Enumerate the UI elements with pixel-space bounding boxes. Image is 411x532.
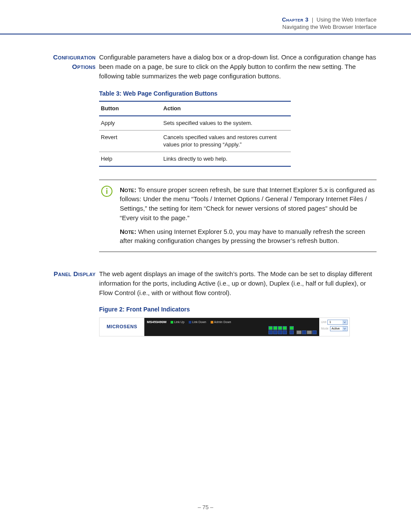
cell-button: Revert [99,130,162,152]
cell-action: Sets specified values to the system. [162,116,291,130]
svg-point-1 [106,188,108,189]
cell-action: Links directly to web help. [162,152,291,166]
cell-button: Help [99,152,162,166]
section-label-config: Configuration Options [34,53,99,167]
legend-dot-linkup [171,321,173,324]
cell-button: Apply [99,116,162,130]
legend-linkup: Link Up [174,320,184,324]
table-row: Apply Sets specified values to the syste… [99,116,291,130]
port-icon [290,330,294,334]
table-caption: Table 3: Web Page Configuration Buttons [99,89,377,98]
th-action: Action [162,101,291,116]
mode-select-value: Active [332,327,340,331]
section-panel-body: The web agent displays an image of the s… [99,269,377,297]
section-panel-display: Panel Display The web agent displays an … [34,269,377,336]
note2-text: When using Internet Explorer 5.0, you ma… [120,228,365,245]
header-separator: | [312,16,313,23]
port-icon [273,326,277,330]
port-icon [268,326,273,330]
note1-text: To ensure proper screen refresh, be sure… [120,186,375,221]
section-label-panel: Panel Display [34,269,99,336]
info-icon [101,185,113,197]
legend-admindown: Admin Down [214,320,231,324]
header-title: Using the Web Interface [317,16,377,23]
section-config-body: Configurable parameters have a dialog bo… [99,53,377,81]
port-panel [268,326,317,334]
port-icon [278,330,282,334]
header-subtitle: Navigating the Web Browser Interface [0,24,377,30]
sfp-port-icon [296,330,302,334]
th-button: Button [99,101,162,116]
page-number: – 75 – [0,504,411,510]
front-panel-figure: MICROSENS MS453490M Link Up Link Down Ad… [99,317,350,336]
port-icon [273,330,277,334]
panel-brand-logo: MICROSENS [100,318,144,336]
note-label: Note: [120,186,136,193]
table-row: Revert Cancels specified values and rest… [99,130,291,152]
sfp-port-icon [307,330,312,334]
note-paragraph-1: Note: To ensure proper screen refresh, b… [120,185,377,223]
port-icon [278,326,282,330]
port-icon [312,330,317,334]
table-row: Help Links directly to web help. [99,152,291,166]
cell-action: Cancels specified values and restores cu… [162,130,291,152]
section-label-line1: Configuration [53,53,96,61]
mode-select[interactable]: Active [330,326,348,331]
chevron-down-icon [342,320,347,324]
panel-right-controls: Unit 1 Mode Active [319,318,349,336]
unit-select[interactable]: 1 [327,320,348,325]
note-label: Note: [120,228,136,235]
mode-label: Mode [321,327,329,331]
page-header: Chapter 3 | Using the Web Interface Navi… [0,0,411,30]
note-paragraph-2: Note: When using Internet Explorer 5.0, … [120,227,377,246]
port-icon [302,330,306,334]
port-icon [283,330,287,334]
section-configuration-options: Configuration Options Configurable param… [34,53,377,167]
legend-linkdown: Link Down [192,320,206,324]
note-block: Note: To ensure proper screen refresh, b… [99,180,377,252]
panel-switch-body: MS453490M Link Up Link Down Admin Down [144,318,319,336]
legend-dot-linkdown [189,321,191,324]
unit-select-value: 1 [329,320,331,324]
section-label-line2: Options [72,63,96,70]
panel-model: MS453490M [147,320,166,324]
unit-label: Unit [321,320,326,324]
port-icon [268,330,273,334]
figure-caption: Figure 2: Front Panel Indicators [99,305,377,314]
svg-rect-2 [106,190,107,194]
chevron-down-icon [342,327,347,331]
chapter-label: Chapter 3 [282,16,308,23]
config-buttons-table: Button Action Apply Sets specified value… [99,101,291,167]
port-icon [283,326,287,330]
port-icon [290,326,294,330]
legend-dot-admindown [211,321,213,324]
